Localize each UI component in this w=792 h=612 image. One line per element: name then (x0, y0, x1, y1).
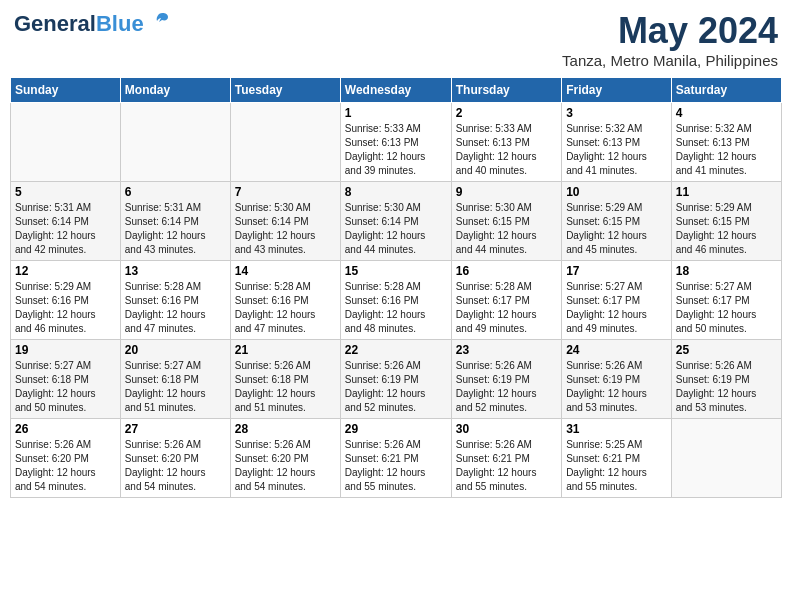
cell-content: Sunrise: 5:30 AM Sunset: 6:14 PM Dayligh… (345, 201, 447, 257)
weekday-header: Sunday (11, 78, 121, 103)
day-number: 28 (235, 422, 336, 436)
weekday-header: Thursday (451, 78, 561, 103)
cell-content: Sunrise: 5:26 AM Sunset: 6:19 PM Dayligh… (456, 359, 557, 415)
day-number: 24 (566, 343, 667, 357)
day-number: 25 (676, 343, 777, 357)
day-number: 30 (456, 422, 557, 436)
calendar-week-row: 5Sunrise: 5:31 AM Sunset: 6:14 PM Daylig… (11, 182, 782, 261)
calendar-cell: 6Sunrise: 5:31 AM Sunset: 6:14 PM Daylig… (120, 182, 230, 261)
cell-content: Sunrise: 5:26 AM Sunset: 6:18 PM Dayligh… (235, 359, 336, 415)
weekday-header-row: SundayMondayTuesdayWednesdayThursdayFrid… (11, 78, 782, 103)
calendar-week-row: 12Sunrise: 5:29 AM Sunset: 6:16 PM Dayli… (11, 261, 782, 340)
calendar-cell (11, 103, 121, 182)
location-title: Tanza, Metro Manila, Philippines (562, 52, 778, 69)
day-number: 18 (676, 264, 777, 278)
calendar-cell: 30Sunrise: 5:26 AM Sunset: 6:21 PM Dayli… (451, 419, 561, 498)
cell-content: Sunrise: 5:27 AM Sunset: 6:17 PM Dayligh… (676, 280, 777, 336)
cell-content: Sunrise: 5:25 AM Sunset: 6:21 PM Dayligh… (566, 438, 667, 494)
day-number: 13 (125, 264, 226, 278)
day-number: 31 (566, 422, 667, 436)
cell-content: Sunrise: 5:26 AM Sunset: 6:21 PM Dayligh… (345, 438, 447, 494)
weekday-header: Friday (562, 78, 672, 103)
page-header: GeneralBlue May 2024 Tanza, Metro Manila… (10, 10, 782, 69)
logo: GeneralBlue (14, 10, 170, 37)
calendar-cell: 16Sunrise: 5:28 AM Sunset: 6:17 PM Dayli… (451, 261, 561, 340)
calendar-cell: 9Sunrise: 5:30 AM Sunset: 6:15 PM Daylig… (451, 182, 561, 261)
day-number: 17 (566, 264, 667, 278)
day-number: 22 (345, 343, 447, 357)
calendar-cell: 25Sunrise: 5:26 AM Sunset: 6:19 PM Dayli… (671, 340, 781, 419)
calendar-cell (120, 103, 230, 182)
cell-content: Sunrise: 5:31 AM Sunset: 6:14 PM Dayligh… (125, 201, 226, 257)
cell-content: Sunrise: 5:29 AM Sunset: 6:15 PM Dayligh… (566, 201, 667, 257)
cell-content: Sunrise: 5:32 AM Sunset: 6:13 PM Dayligh… (676, 122, 777, 178)
day-number: 16 (456, 264, 557, 278)
calendar-cell: 22Sunrise: 5:26 AM Sunset: 6:19 PM Dayli… (340, 340, 451, 419)
calendar-cell: 29Sunrise: 5:26 AM Sunset: 6:21 PM Dayli… (340, 419, 451, 498)
day-number: 15 (345, 264, 447, 278)
title-block: May 2024 Tanza, Metro Manila, Philippine… (562, 10, 778, 69)
calendar-week-row: 19Sunrise: 5:27 AM Sunset: 6:18 PM Dayli… (11, 340, 782, 419)
day-number: 29 (345, 422, 447, 436)
calendar-week-row: 1Sunrise: 5:33 AM Sunset: 6:13 PM Daylig… (11, 103, 782, 182)
calendar-cell: 4Sunrise: 5:32 AM Sunset: 6:13 PM Daylig… (671, 103, 781, 182)
day-number: 11 (676, 185, 777, 199)
calendar-cell: 14Sunrise: 5:28 AM Sunset: 6:16 PM Dayli… (230, 261, 340, 340)
calendar-week-row: 26Sunrise: 5:26 AM Sunset: 6:20 PM Dayli… (11, 419, 782, 498)
cell-content: Sunrise: 5:26 AM Sunset: 6:20 PM Dayligh… (15, 438, 116, 494)
cell-content: Sunrise: 5:31 AM Sunset: 6:14 PM Dayligh… (15, 201, 116, 257)
calendar-cell: 5Sunrise: 5:31 AM Sunset: 6:14 PM Daylig… (11, 182, 121, 261)
cell-content: Sunrise: 5:28 AM Sunset: 6:16 PM Dayligh… (125, 280, 226, 336)
month-title: May 2024 (562, 10, 778, 52)
day-number: 2 (456, 106, 557, 120)
logo-bird-icon (148, 10, 170, 37)
calendar-cell: 21Sunrise: 5:26 AM Sunset: 6:18 PM Dayli… (230, 340, 340, 419)
cell-content: Sunrise: 5:26 AM Sunset: 6:19 PM Dayligh… (345, 359, 447, 415)
cell-content: Sunrise: 5:33 AM Sunset: 6:13 PM Dayligh… (345, 122, 447, 178)
cell-content: Sunrise: 5:29 AM Sunset: 6:16 PM Dayligh… (15, 280, 116, 336)
cell-content: Sunrise: 5:27 AM Sunset: 6:18 PM Dayligh… (125, 359, 226, 415)
calendar-cell: 1Sunrise: 5:33 AM Sunset: 6:13 PM Daylig… (340, 103, 451, 182)
calendar-cell: 19Sunrise: 5:27 AM Sunset: 6:18 PM Dayli… (11, 340, 121, 419)
weekday-header: Monday (120, 78, 230, 103)
cell-content: Sunrise: 5:26 AM Sunset: 6:21 PM Dayligh… (456, 438, 557, 494)
day-number: 19 (15, 343, 116, 357)
day-number: 12 (15, 264, 116, 278)
logo-text: GeneralBlue (14, 11, 144, 37)
cell-content: Sunrise: 5:28 AM Sunset: 6:17 PM Dayligh… (456, 280, 557, 336)
day-number: 5 (15, 185, 116, 199)
day-number: 9 (456, 185, 557, 199)
calendar-cell: 11Sunrise: 5:29 AM Sunset: 6:15 PM Dayli… (671, 182, 781, 261)
calendar-cell: 20Sunrise: 5:27 AM Sunset: 6:18 PM Dayli… (120, 340, 230, 419)
weekday-header: Saturday (671, 78, 781, 103)
day-number: 6 (125, 185, 226, 199)
day-number: 21 (235, 343, 336, 357)
weekday-header: Wednesday (340, 78, 451, 103)
calendar-cell: 28Sunrise: 5:26 AM Sunset: 6:20 PM Dayli… (230, 419, 340, 498)
calendar-cell: 13Sunrise: 5:28 AM Sunset: 6:16 PM Dayli… (120, 261, 230, 340)
day-number: 3 (566, 106, 667, 120)
day-number: 8 (345, 185, 447, 199)
day-number: 4 (676, 106, 777, 120)
calendar-cell: 24Sunrise: 5:26 AM Sunset: 6:19 PM Dayli… (562, 340, 672, 419)
calendar-table: SundayMondayTuesdayWednesdayThursdayFrid… (10, 77, 782, 498)
calendar-cell: 17Sunrise: 5:27 AM Sunset: 6:17 PM Dayli… (562, 261, 672, 340)
calendar-cell: 27Sunrise: 5:26 AM Sunset: 6:20 PM Dayli… (120, 419, 230, 498)
day-number: 14 (235, 264, 336, 278)
calendar-cell: 18Sunrise: 5:27 AM Sunset: 6:17 PM Dayli… (671, 261, 781, 340)
cell-content: Sunrise: 5:28 AM Sunset: 6:16 PM Dayligh… (345, 280, 447, 336)
day-number: 27 (125, 422, 226, 436)
day-number: 20 (125, 343, 226, 357)
cell-content: Sunrise: 5:26 AM Sunset: 6:19 PM Dayligh… (566, 359, 667, 415)
calendar-cell (671, 419, 781, 498)
calendar-cell: 31Sunrise: 5:25 AM Sunset: 6:21 PM Dayli… (562, 419, 672, 498)
cell-content: Sunrise: 5:32 AM Sunset: 6:13 PM Dayligh… (566, 122, 667, 178)
cell-content: Sunrise: 5:26 AM Sunset: 6:20 PM Dayligh… (125, 438, 226, 494)
cell-content: Sunrise: 5:27 AM Sunset: 6:17 PM Dayligh… (566, 280, 667, 336)
day-number: 7 (235, 185, 336, 199)
cell-content: Sunrise: 5:26 AM Sunset: 6:20 PM Dayligh… (235, 438, 336, 494)
calendar-cell: 7Sunrise: 5:30 AM Sunset: 6:14 PM Daylig… (230, 182, 340, 261)
cell-content: Sunrise: 5:27 AM Sunset: 6:18 PM Dayligh… (15, 359, 116, 415)
cell-content: Sunrise: 5:33 AM Sunset: 6:13 PM Dayligh… (456, 122, 557, 178)
cell-content: Sunrise: 5:29 AM Sunset: 6:15 PM Dayligh… (676, 201, 777, 257)
